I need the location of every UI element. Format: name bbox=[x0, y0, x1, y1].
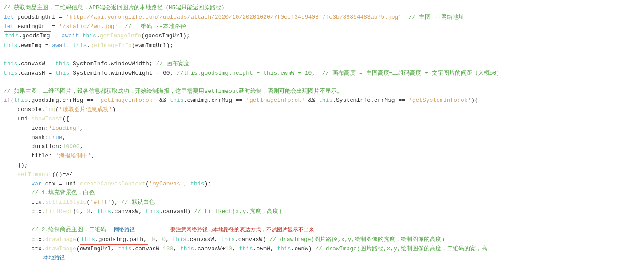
code-line-8: this.canvasH = this.SystemInfo.windowHei… bbox=[0, 69, 644, 78]
code-line-11: if(this.goodsImg.errMsg == 'getImageInfo… bbox=[0, 96, 644, 105]
code-line-14: icon:'loading', bbox=[0, 124, 644, 133]
highlight-goodsimg-path: this.goodsImg.path, bbox=[80, 235, 148, 245]
code-line-9 bbox=[0, 78, 644, 87]
code-line-13: uni.showToast({ bbox=[0, 115, 644, 124]
annotation-local-path: 本地路径 bbox=[43, 254, 65, 262]
code-line-19: setTimeout(()=>{ bbox=[0, 170, 644, 180]
comment-1: // 获取商品主图，二维码信息，APP端会返回图片的本地路径（H5端只能返回原路… bbox=[4, 4, 227, 13]
code-line-6 bbox=[0, 51, 644, 60]
code-line-5: this.ewmImg = await this.getImageInfo(ew… bbox=[0, 41, 644, 51]
code-line-21: // 1.填充背景色，白色 bbox=[0, 189, 644, 198]
code-line-22: ctx.setFillStyle('#fff'); // 默认白色 bbox=[0, 198, 644, 207]
code-line-4: this.goodsImg = await this.getImageInfo(… bbox=[0, 31, 644, 41]
code-line-24 bbox=[0, 217, 644, 225]
code-line-10: // 如果主图，二维码图片，设备信息都获取成功，开始绘制海报，这里需要用setT… bbox=[0, 87, 644, 96]
code-line-25: // 2.绘制商品主图，二维码 网络路径要注意网络路径与本地路径的表达方式，不然… bbox=[0, 225, 644, 235]
code-line-26: ctx.drawImage(this.goodsImg.path, 0, 0, … bbox=[0, 235, 644, 245]
code-line-7: this.canvasW = this.SystemInfo.windowWid… bbox=[0, 60, 644, 69]
code-line-12: console.log('读取图片信息成功') bbox=[0, 105, 644, 115]
code-line-2: let goodsImgUrl = 'http://api.yoronglife… bbox=[0, 13, 644, 22]
code-line-20: var ctx = uni.createCanvasContext('myCan… bbox=[0, 180, 644, 189]
code-line-3: let ewmImgUrl = '/static/2wm.jpg' // 二维码… bbox=[0, 22, 644, 32]
code-line-17: title: '海报绘制中', bbox=[0, 152, 644, 161]
code-line-23: ctx.fillRect(0, 0, this.canvasW, this.ca… bbox=[0, 207, 644, 217]
code-line-15: mask:true, bbox=[0, 133, 644, 143]
code-line-18: }); bbox=[0, 161, 644, 170]
code-line-28: 本地路径 bbox=[0, 254, 644, 263]
code-line-27: ctx.drawImage(ewmImgUrl, this.canvasW-13… bbox=[0, 245, 644, 254]
highlight-this-goodsimg: this.goodsImg bbox=[4, 31, 51, 41]
kw-let-1: let bbox=[4, 13, 17, 22]
code-editor: // 获取商品主图，二维码信息，APP端会返回图片的本地路径（H5端只能返回原路… bbox=[0, 0, 644, 273]
code-line-16: duration:10000, bbox=[0, 142, 644, 152]
code-line-1: // 获取商品主图，二维码信息，APP端会返回图片的本地路径（H5端只能返回原路… bbox=[0, 4, 644, 13]
